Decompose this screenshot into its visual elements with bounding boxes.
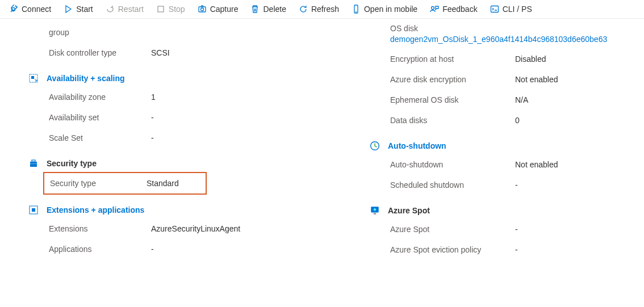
refresh-button[interactable]: Refresh [299,5,339,14]
play-icon [64,5,73,14]
azure-spot-label: Azure Spot [390,221,515,237]
svg-rect-12 [32,160,35,162]
autoshutdown-section[interactable]: Auto-shutdown [356,131,644,154]
connect-button[interactable]: Connect [9,5,51,14]
open-mobile-button[interactable]: Open in mobile [352,5,417,14]
scaling-icon [28,73,39,83]
data-disks-value: 0 [515,112,520,128]
ephemeral-label: Ephemeral OS disk [390,92,515,108]
autoshutdown-label: Auto-shutdown [390,157,515,173]
availability-section[interactable]: Availability + scaling [0,63,322,87]
delete-button[interactable]: Delete [250,5,286,14]
data-disks-label: Data disks [390,112,515,128]
security-section-title: Security type [47,159,97,168]
extensions-row: Extensions AzureSecurityLinuxAgent [0,218,322,239]
availability-zone-row: Availability zone 1 [0,87,322,107]
azure-spot-row: Azure Spot - [356,219,644,239]
right-column: OS disk demogen2vm_OsDisk_1_e960a4f1414b… [322,22,644,260]
extensions-value: AzureSecurityLinuxAgent [151,221,240,237]
refresh-label: Refresh [311,5,339,14]
restart-icon [106,5,115,14]
monitor-icon [370,205,380,216]
ephemeral-value: N/A [515,92,528,108]
delete-label: Delete [263,5,286,14]
availability-set-value: - [151,110,154,125]
os-disk-link[interactable]: demogen2vm_OsDisk_1_e960a4f1414b4c968103… [390,35,607,44]
stop-label: Stop [169,5,185,14]
svg-rect-18 [374,213,377,215]
extensions-section[interactable]: Extensions + applications [0,195,322,218]
spot-section: Azure Spot [356,195,644,219]
clock-icon [370,141,380,151]
os-disk-value: demogen2vm_OsDisk_1_e960a4f1414b4c968103… [356,35,644,49]
capture-button[interactable]: Capture [198,5,239,14]
spot-eviction-row: Azure Spot eviction policy - [356,239,644,260]
svg-point-19 [374,208,377,211]
applications-label: Applications [49,241,151,257]
scheduled-shutdown-row: Scheduled shutdown - [356,175,644,195]
availability-zone-value: 1 [151,89,156,105]
disk-controller-value: SCSI [151,45,170,61]
cli-button[interactable]: CLI / PS [490,5,532,14]
stop-button: Stop [156,5,185,14]
feedback-label: Feedback [442,5,477,14]
group-label: group [49,24,151,40]
scale-set-label: Scale Set [49,130,151,146]
left-column: group Disk controller type SCSI Availabi… [0,22,322,260]
spot-eviction-label: Azure Spot eviction policy [390,242,515,258]
svg-rect-13 [30,163,37,164]
autoshutdown-section-title: Auto-shutdown [388,141,446,150]
terminal-icon [490,5,499,14]
encryption-host-row: Encryption at host Disabled [356,49,644,69]
start-button[interactable]: Start [64,5,93,14]
data-disks-row: Data disks 0 [356,110,644,131]
svg-point-4 [200,8,203,11]
briefcase-icon [28,158,39,169]
svg-marker-1 [66,6,71,12]
encryption-host-label: Encryption at host [390,51,515,67]
feedback-button[interactable]: Feedback [430,5,477,14]
svg-rect-2 [158,6,164,12]
security-type-value[interactable]: Standard [147,176,179,190]
trash-icon [250,5,260,14]
availability-section-title: Availability + scaling [47,74,125,83]
restart-button: Restart [106,5,144,14]
command-bar: Connect Start Restart Stop Capture Delet… [0,0,644,19]
refresh-icon [299,5,308,14]
scale-set-row: Scale Set - [0,128,322,148]
ephemeral-row: Ephemeral OS disk N/A [356,90,644,110]
security-type-row: Security type Standard [50,174,206,192]
applications-row: Applications - [0,239,322,259]
disk-controller-row: Disk controller type SCSI [0,43,322,63]
extensions-icon [28,205,39,215]
properties-pane: group Disk controller type SCSI Availabi… [0,19,644,271]
azure-disk-enc-label: Azure disk encryption [390,72,515,87]
connect-label: Connect [22,5,51,14]
extensions-section-title: Extensions + applications [47,205,144,215]
extensions-label: Extensions [49,221,151,237]
applications-value: - [151,241,154,257]
svg-rect-15 [32,208,35,212]
stop-icon [156,5,165,14]
spot-section-title: Azure Spot [388,206,430,215]
disk-controller-label: Disk controller type [49,45,151,61]
svg-rect-8 [491,6,498,12]
cli-label: CLI / PS [503,5,532,14]
group-row: group [0,22,322,43]
svg-rect-11 [30,162,37,167]
security-type-highlight: Security type Standard [43,172,207,195]
security-type-label: Security type [50,176,147,190]
availability-set-label: Availability set [49,110,151,125]
encryption-host-value: Disabled [515,51,546,67]
azure-disk-enc-value: Not enabled [515,72,558,87]
autoshutdown-value: Not enabled [515,157,558,173]
autoshutdown-row: Auto-shutdown Not enabled [356,154,644,175]
scale-set-value: - [151,130,154,146]
svg-point-7 [432,7,434,10]
start-label: Start [76,5,93,14]
svg-rect-10 [31,76,34,79]
scheduled-shutdown-value: - [515,177,518,193]
availability-set-row: Availability set - [0,107,322,128]
open-mobile-label: Open in mobile [364,5,417,14]
camera-icon [198,5,207,14]
